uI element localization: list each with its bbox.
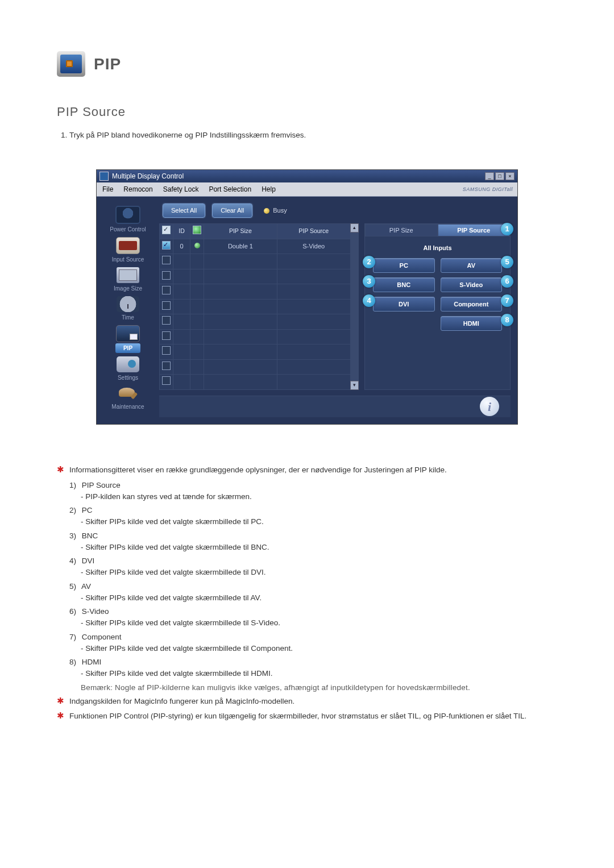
- sidebar-item-pip[interactable]: PIP: [102, 325, 154, 353]
- option-bnc[interactable]: BNC: [373, 277, 435, 292]
- pip-page-icon: [57, 51, 85, 77]
- col-id[interactable]: ID: [173, 223, 190, 239]
- scroll-up-icon[interactable]: ▴: [350, 223, 359, 232]
- list-item: 2) PC - Skifter PIPs kilde ved det valgt…: [69, 505, 557, 528]
- col-status: [190, 223, 204, 239]
- table-row: [160, 375, 351, 390]
- table-row[interactable]: 0 Double 1 S-Video: [160, 239, 351, 254]
- menu-port-selection[interactable]: Port Selection: [209, 184, 251, 194]
- time-icon: [117, 296, 139, 312]
- page-title: PIP: [94, 52, 121, 76]
- info-icon[interactable]: i: [480, 397, 499, 416]
- option-dvi[interactable]: DVI: [373, 297, 435, 312]
- brand-label: SAMSUNG DIGITall: [463, 186, 513, 194]
- check-header-icon[interactable]: [162, 226, 171, 234]
- row-status-led: [194, 243, 200, 248]
- list-item: 6) S-Video - Skifter PIPs kilde ved det …: [69, 606, 557, 629]
- tab-pip-size[interactable]: PIP Size: [365, 224, 438, 236]
- sidebar-item-settings[interactable]: Settings: [102, 356, 154, 382]
- row-checkbox[interactable]: [162, 241, 171, 250]
- sidebar-item-time[interactable]: Time: [102, 296, 154, 322]
- cell-pip-source: S-Video: [277, 239, 350, 254]
- menu-safety-lock[interactable]: Safety Lock: [163, 184, 199, 194]
- table-row: [160, 314, 351, 330]
- menu-help[interactable]: Help: [262, 184, 276, 194]
- callout-6: 6: [501, 275, 513, 288]
- option-av[interactable]: AV: [441, 258, 503, 273]
- table-row: [160, 329, 351, 344]
- busy-icon: [264, 208, 269, 214]
- input-source-icon: [116, 237, 140, 254]
- sidebar-item-input-source[interactable]: Input Source: [102, 237, 154, 264]
- status-header-icon: [193, 226, 201, 234]
- sidebar-item-power[interactable]: Power Control: [102, 206, 154, 234]
- note-hdmi-remark: Bemærk: Nogle af PIP-kilderne kan muligv…: [69, 682, 557, 693]
- sidebar-item-maintenance[interactable]: Maintenance: [102, 385, 154, 411]
- minimize-button[interactable]: _: [485, 172, 494, 180]
- right-panel: PIP Size PIP Source All Inputs PC AV BNC…: [364, 223, 511, 390]
- callout-3: 3: [363, 275, 375, 288]
- callout-2: 2: [363, 256, 375, 268]
- table-row: [160, 344, 351, 360]
- table-row: [160, 299, 351, 314]
- close-button[interactable]: ×: [505, 172, 515, 180]
- intro-step-1: Tryk på PIP bland hovedikonerne og PIP I…: [69, 130, 557, 141]
- mdc-window: Multiple Display Control _ □ × File Remo…: [96, 169, 518, 425]
- menubar: File Remocon Safety Lock Port Selection …: [97, 182, 517, 197]
- window-title: Multiple Display Control: [112, 171, 184, 181]
- list-item: 3) BNC - Skifter PIPs kilde ved det valg…: [69, 530, 557, 554]
- callout-8: 8: [501, 314, 513, 326]
- info-grid: ID PIP Size PIP Source 0 Doub: [159, 223, 359, 390]
- sidebar: Power Control Input Source Image Size Ti…: [97, 197, 159, 424]
- tab-pip-source[interactable]: PIP Source: [438, 224, 511, 236]
- list-item: 5) AV - Skifter PIPs kilde ved det valgt…: [69, 581, 557, 604]
- note-pip-control: Funktionen PIP Control (PIP-styring) er …: [57, 711, 557, 722]
- clear-all-button[interactable]: Clear All: [212, 203, 252, 218]
- list-item: 1) PIP Source - PIP-kilden kan styres ve…: [69, 480, 557, 503]
- list-item: 4) DVI - Skifter PIPs kilde ved det valg…: [69, 555, 557, 579]
- option-hdmi[interactable]: HDMI: [441, 316, 503, 331]
- busy-indicator: Busy: [264, 206, 287, 215]
- table-row: [160, 254, 351, 269]
- section-title: PIP Source: [57, 102, 557, 121]
- col-pip-source[interactable]: PIP Source: [277, 223, 350, 239]
- maximize-button[interactable]: □: [495, 172, 504, 180]
- option-svideo[interactable]: S-Video: [441, 277, 503, 292]
- cell-pip-size: Double 1: [204, 239, 277, 254]
- titlebar: Multiple Display Control _ □ ×: [97, 170, 517, 182]
- note-info-grid: Informationsgitteret viser en række grun…: [57, 464, 557, 476]
- menu-remocon[interactable]: Remocon: [123, 184, 152, 194]
- table-row: [160, 359, 351, 375]
- list-item: 7) Component - Skifter PIPs kilde ved de…: [69, 632, 557, 655]
- image-size-icon: [117, 267, 139, 283]
- callout-1: 1: [501, 223, 513, 235]
- settings-icon: [117, 356, 139, 372]
- callout-5: 5: [501, 256, 513, 268]
- callout-4: 4: [363, 294, 375, 307]
- col-pip-size[interactable]: PIP Size: [204, 223, 277, 239]
- note-magicinfo: Indgangskilden for MagicInfo fungerer ku…: [57, 696, 557, 707]
- col-check: [160, 223, 173, 239]
- maintenance-icon: [117, 385, 139, 401]
- table-row: [160, 269, 351, 284]
- power-icon: [115, 206, 140, 224]
- callout-7: 7: [501, 294, 513, 307]
- option-component[interactable]: Component: [441, 297, 503, 312]
- option-pc[interactable]: PC: [373, 258, 435, 273]
- menu-file[interactable]: File: [102, 184, 113, 194]
- status-bar: i: [159, 396, 511, 418]
- list-item: 8) HDMI - Skifter PIPs kilde ved det val…: [69, 657, 557, 693]
- pip-icon: [116, 325, 140, 342]
- explanation-list: 1) PIP Source - PIP-kilden kan styres ve…: [57, 480, 557, 693]
- cell-id: 0: [173, 239, 190, 254]
- sidebar-item-image-size[interactable]: Image Size: [102, 267, 154, 293]
- select-all-button[interactable]: Select All: [163, 203, 205, 218]
- table-row: [160, 284, 351, 300]
- app-icon: [99, 172, 109, 181]
- scroll-down-icon[interactable]: ▾: [350, 381, 359, 390]
- grid-scrollbar[interactable]: ▴ ▾: [350, 223, 359, 390]
- all-inputs-title: All Inputs: [365, 243, 510, 253]
